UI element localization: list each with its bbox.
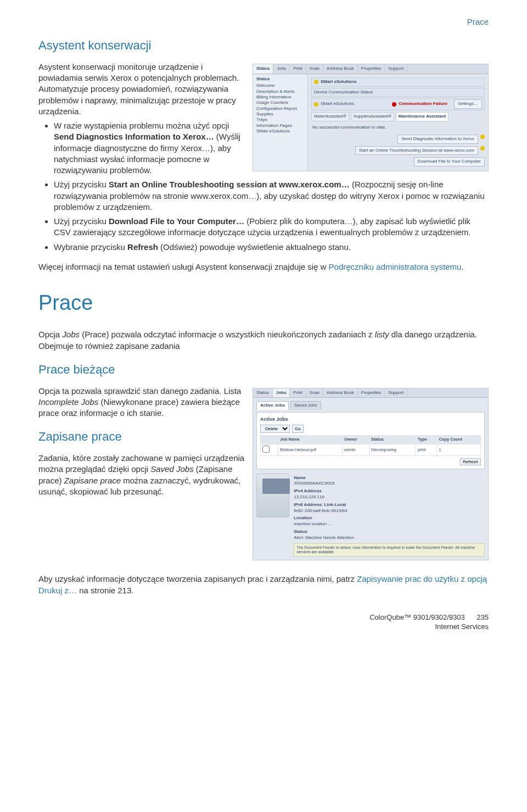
shot1-side-item[interactable]: Configuration Report — [256, 106, 304, 112]
shot1-side-item[interactable]: Billing Information — [256, 94, 304, 100]
page-footer: ColorQube™ 9301/9302/9303 235 Internet S… — [38, 613, 489, 632]
shot2-panel-title: Active Jobs — [260, 416, 481, 422]
shot1-subtab-supplies[interactable]: SuppliesAssistant® — [351, 112, 394, 121]
shot2-tab-addressbook[interactable]: Address Book — [323, 388, 358, 398]
page-header-label: Prace — [38, 16, 489, 27]
bullet-text: (Odśwież) powoduje wyświetlenie aktualne… — [158, 242, 351, 252]
shot1-tabbar: Status Jobs Print Scan Address Book Prop… — [253, 64, 488, 74]
shot2-refresh-button[interactable]: Refresh — [460, 458, 481, 465]
shot1-side-item[interactable]: Trays — [256, 117, 304, 123]
bullet-bold: Download File to Your Computer… — [109, 216, 244, 226]
meta-ip4-label: IPv4 Address — [294, 488, 485, 494]
footer-model: ColorQube™ 9301/9302/9303 — [369, 613, 464, 621]
meta-loc-label: Location — [294, 515, 485, 521]
admin-guide-link[interactable]: Podręczniku administratora systemu — [329, 262, 462, 271]
italic-incomplete-jobs: Incomplete Jobs — [38, 397, 98, 407]
shot1-side-item[interactable]: Supplies — [256, 112, 304, 117]
more-info-paragraph: Więcej informacji na temat ustawień usłu… — [38, 262, 489, 272]
italic-listy: listy — [375, 330, 389, 339]
row-checkbox[interactable] — [262, 446, 270, 453]
text: Aby uzyskać informacje dotyczące tworzen… — [38, 574, 357, 583]
bullet-download-file: Użyj przycisku Download File to Your Com… — [54, 216, 489, 238]
screenshot-maintenance-assistant: Status Jobs Print Scan Address Book Prop… — [253, 64, 489, 171]
heading-prace-biezace: Prace bieżące — [38, 361, 489, 378]
cell-status: Decomposing — [369, 444, 416, 455]
alert-message: The Document Feeder is raised. User inte… — [294, 543, 485, 557]
shot1-tab-jobs[interactable]: Jobs — [273, 64, 290, 74]
cell-owner: admin — [343, 444, 369, 455]
shot1-online-troubleshoot-button[interactable]: Start an Online Troubleshooting Session … — [355, 146, 478, 155]
shot2-tab-properties[interactable]: Properties — [358, 388, 385, 398]
meta-ip4-value: 13.210.229.116 — [294, 494, 485, 500]
shot1-tab-print[interactable]: Print — [290, 64, 306, 74]
shot1-tab-addressbook[interactable]: Address Book — [323, 64, 358, 74]
footer-service: Internet Services — [435, 622, 489, 631]
shot1-esolutions-row: SMart eSolutions Communication Failure S… — [311, 98, 485, 110]
shot2-tabbar: Status Jobs Print Scan Address Book Prop… — [253, 388, 488, 398]
col-jobname: Job Name — [278, 436, 343, 444]
shot2-tab-support[interactable]: Support — [385, 388, 407, 398]
shot1-esol-label: SMart eSolutions — [321, 101, 390, 107]
cell-jobname: Bristow Harbour.pdf — [278, 444, 343, 455]
meta-status-label: Status — [294, 529, 485, 535]
shot1-side-item[interactable]: Description & Alerts — [256, 89, 304, 94]
table-row[interactable]: Bristow Harbour.pdf admin Decomposing pr… — [261, 444, 481, 455]
shot1-sidebar-header: Status — [256, 76, 304, 82]
help-icon[interactable] — [480, 146, 485, 151]
shot2-go-button[interactable]: Go — [292, 425, 304, 433]
shot1-comm-status-bar: Device Communication Status — [311, 88, 485, 97]
heading-asystent: Asystent konserwacji — [38, 37, 489, 54]
italic-zapisane: Zapisane prace — [64, 476, 121, 485]
shot1-subtab-maintenance[interactable]: Maintenance Assistant — [396, 112, 448, 121]
final-paragraph: Aby uzyskać informacje dotyczące tworzen… — [38, 574, 489, 596]
shot2-tab-scan[interactable]: Scan — [306, 388, 323, 398]
shot1-settings-button[interactable]: Settings… — [454, 99, 482, 109]
meta-ip6-value: fe80::200:aaff:fedc:9019/64 — [294, 508, 485, 514]
shot2-jobs-table: Job Name Owner Status Type Copy Count Br… — [260, 435, 481, 455]
meta-name-value: XRX0000AADC9019 — [294, 481, 485, 487]
meta-loc-value: machine location … — [294, 521, 485, 527]
shot1-no-data: No successful communication to date. — [311, 123, 485, 132]
col-copycount: Copy Count — [437, 436, 481, 444]
shot1-side-item[interactable]: SMart eSolutions — [256, 129, 304, 134]
screenshot-active-jobs: Status Jobs Print Scan Address Book Prop… — [253, 388, 489, 561]
bullet-online-troubleshoot: Użyj przycisku Start an Online Troublesh… — [54, 179, 489, 213]
shot1-side-item[interactable]: Welcome — [256, 83, 304, 88]
shot2-tab-status[interactable]: Status — [253, 388, 273, 398]
shot2-tab-print[interactable]: Print — [290, 388, 306, 398]
shot2-action-select[interactable]: Delete — [260, 425, 290, 433]
shot1-tab-support[interactable]: Support — [385, 64, 407, 74]
more-info-pre: Więcej informacji na temat ustawień usłu… — [38, 262, 329, 271]
col-status: Status — [369, 436, 416, 444]
shot2-subtab-active[interactable]: Active Jobs — [256, 401, 289, 410]
text: na stronie 213. — [77, 586, 133, 595]
shot1-download-file-button[interactable]: Download File to Your Computer — [414, 157, 485, 166]
shot1-tab-scan[interactable]: Scan — [306, 64, 323, 74]
shot1-subtab-meter[interactable]: MeterAssistant® — [311, 112, 349, 121]
footer-page-number: 235 — [476, 613, 489, 622]
shot1-sidebar: Status Welcome Description & Alerts Bill… — [253, 74, 308, 171]
text: Opcja — [38, 330, 62, 339]
alert-icon — [392, 102, 396, 107]
shot2-tab-jobs[interactable]: Jobs — [273, 388, 290, 398]
shot1-send-diagnostics-button[interactable]: Send Diagnostic Information to Xerox — [397, 135, 478, 144]
shot1-side-item[interactable]: Information Pages — [256, 123, 304, 129]
col-type: Type — [416, 436, 436, 444]
shot1-title-text: SMart eSolutions — [321, 79, 356, 85]
more-info-post: . — [461, 262, 463, 271]
text: Opcja ta pozwala sprawdzić stan danego z… — [38, 386, 241, 396]
italic-jobs: Jobs — [62, 330, 80, 339]
help-icon[interactable] — [480, 135, 485, 139]
shot1-comm-failure: Communication Failure — [399, 101, 447, 107]
shot1-side-item[interactable]: Usage Counters — [256, 100, 304, 105]
text: (Prace) pozwala odczytać informacje o ws… — [80, 330, 375, 339]
prace-intro: Opcja Jobs (Prace) pozwala odczytać info… — [38, 329, 489, 352]
shot1-tab-properties[interactable]: Properties — [358, 64, 385, 74]
shot1-tab-status[interactable]: Status — [253, 64, 273, 74]
bullet-bold: Refresh — [127, 242, 158, 252]
bullet-text: Wybranie przycisku — [54, 242, 127, 252]
device-meta: Name XRX0000AADC9019 IPv4 Address 13.210… — [294, 474, 485, 557]
bullet-text: W razie wystąpienia problemu można użyć … — [54, 121, 229, 130]
meta-name-label: Name — [294, 475, 485, 481]
shot2-subtab-saved[interactable]: Saved Jobs — [290, 401, 321, 410]
